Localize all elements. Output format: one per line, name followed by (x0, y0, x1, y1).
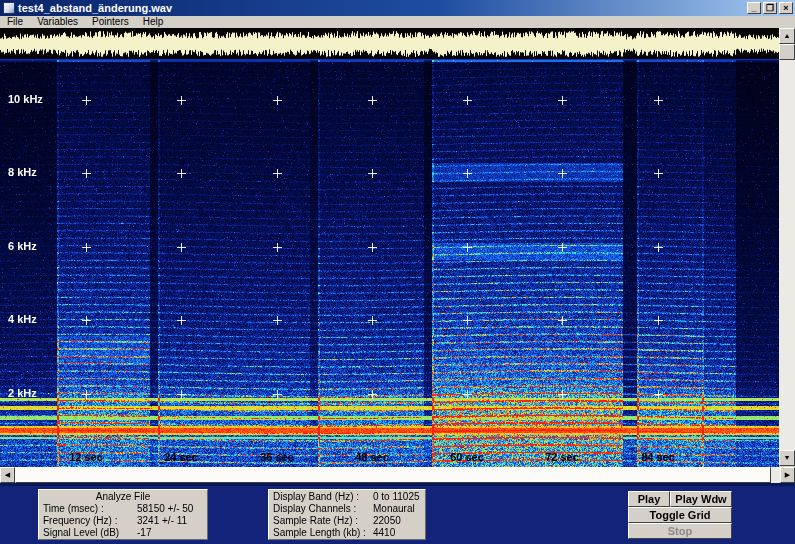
play-window-button[interactable]: Play Wdw (670, 491, 732, 507)
display-info-box: Display Band (Hz) : 0 to 11025 Display C… (268, 489, 426, 540)
scroll-right-icon[interactable]: ▶ (780, 467, 795, 483)
sample-length-row: Sample Length (kb) : 4410 (273, 527, 421, 539)
toggle-grid-button[interactable]: Toggle Grid (628, 507, 732, 523)
display-channels-row: Display Channels : Monaural (273, 503, 421, 515)
analyze-box-title: Analyze File (43, 491, 203, 503)
transport-buttons: Play Play Wdw Toggle Grid Stop (628, 491, 732, 539)
display-band-label: Display Band (Hz) : (273, 491, 373, 503)
app-window: test4_abstand_änderung.wav _ ❐ × FileVar… (0, 0, 795, 544)
window-controls: _ ❐ × (747, 2, 793, 14)
horizontal-scrollbar-thumb[interactable] (15, 467, 771, 483)
horizontal-scrollbar[interactable]: ◀ ▶ (0, 467, 795, 483)
menu-item-variables[interactable]: Variables (30, 16, 85, 28)
stop-button[interactable]: Stop (628, 523, 732, 539)
menubar: FileVariablesPointersHelp (0, 16, 795, 28)
spectrogram-display[interactable] (0, 60, 779, 467)
scroll-left-icon[interactable]: ◀ (0, 467, 15, 483)
titlebar: test4_abstand_änderung.wav _ ❐ × (0, 0, 795, 16)
menu-item-pointers[interactable]: Pointers (85, 16, 136, 28)
time-label: Time (msec) : (43, 503, 137, 515)
display-band-value: 0 to 11025 (373, 491, 421, 503)
time-value: 58150 +/- 50 (137, 503, 203, 515)
frequency-label: Frequency (Hz) : (43, 515, 137, 527)
minimize-button[interactable]: _ (747, 2, 761, 14)
app-icon (3, 2, 15, 14)
vertical-scrollbar[interactable]: ▲ ▼ (779, 28, 795, 466)
play-button[interactable]: Play (628, 491, 670, 507)
sample-length-value: 4410 (373, 527, 421, 539)
signal-level-readout-row: Signal Level (dB) -17 (43, 527, 203, 539)
restore-button[interactable]: ❐ (763, 2, 777, 14)
scroll-down-icon[interactable]: ▼ (779, 450, 795, 466)
display-channels-label: Display Channels : (273, 503, 373, 515)
sample-rate-row: Sample Rate (Hz) : 22050 (273, 515, 421, 527)
window-title: test4_abstand_änderung.wav (18, 0, 172, 16)
menu-item-help[interactable]: Help (136, 16, 171, 28)
vertical-scrollbar-thumb[interactable] (779, 44, 795, 60)
sample-length-label: Sample Length (kb) : (273, 527, 373, 539)
scroll-up-icon[interactable]: ▲ (779, 28, 795, 44)
status-panel: Analyze File Time (msec) : 58150 +/- 50 … (0, 483, 795, 544)
waveform-panel (0, 28, 779, 60)
signal-level-value: -17 (137, 527, 203, 539)
display-channels-value: Monaural (373, 503, 421, 515)
signal-level-label: Signal Level (dB) (43, 527, 137, 539)
time-readout-row: Time (msec) : 58150 +/- 50 (43, 503, 203, 515)
spectrogram-panel: 10 kHz8 kHz6 kHz4 kHz2 kHz12 sec24 sec36… (0, 60, 779, 467)
analyze-info-box: Analyze File Time (msec) : 58150 +/- 50 … (38, 489, 208, 540)
menu-item-file[interactable]: File (0, 16, 30, 28)
display-band-row: Display Band (Hz) : 0 to 11025 (273, 491, 421, 503)
close-button[interactable]: × (779, 2, 793, 14)
sample-rate-label: Sample Rate (Hz) : (273, 515, 373, 527)
frequency-readout-row: Frequency (Hz) : 3241 +/- 11 (43, 515, 203, 527)
sample-rate-value: 22050 (373, 515, 421, 527)
frequency-value: 3241 +/- 11 (137, 515, 203, 527)
waveform-display[interactable] (0, 28, 779, 60)
